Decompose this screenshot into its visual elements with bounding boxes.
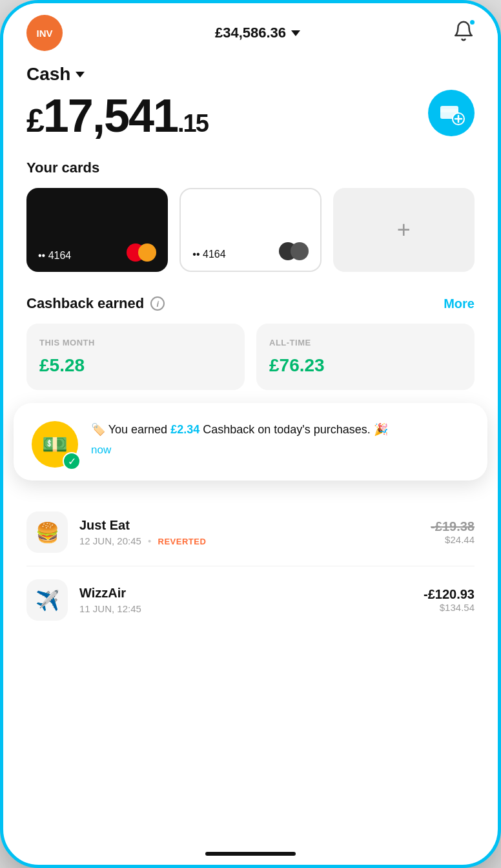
notification-card[interactable]: 💵 ✓ 🏷️ You earned £2.34 Cashback on toda… [14,403,487,480]
cashback-info-icon[interactable]: i [150,296,165,311]
add-card-button[interactable]: + [333,188,475,272]
mastercard-icon-2 [279,242,309,260]
svg-rect-1 [440,109,458,112]
balance-row: £17,541.15 [26,90,475,139]
notification-dot [469,19,476,26]
cashback-all-time-card: ALL-TIME £76.23 [256,324,475,390]
just-eat-icon: 🍔 [26,512,68,553]
balance-currency: £ [26,103,43,139]
just-eat-date: 12 JUN, 20:45 • REVERTED [79,535,419,546]
transaction-item-wizzair[interactable]: ✈️ WizzAir 11 JUN, 12:45 -£120.93 $134.5… [26,566,475,634]
total-balance-display[interactable]: £34,586.36 [215,25,300,41]
status-bar: INV £34,586.36 [3,3,498,57]
cash-section-header[interactable]: Cash [26,64,475,85]
cashback-header: Cashback earned i More [26,295,475,312]
home-indicator [205,852,296,856]
balance-chevron-icon [291,30,300,36]
cash-chevron-icon [76,72,85,78]
cashback-this-month-card: THIS MONTH £5.28 [26,324,245,390]
check-icon: ✓ [63,452,81,470]
just-eat-amount: -£19.38 [431,519,475,534]
reverted-status-badge: REVERTED [158,537,207,546]
notification-icon-wrap: 💵 ✓ [32,421,78,468]
main-content: Cash £17,541.15 Your cards [3,57,498,390]
just-eat-amount-col: -£19.38 $24.44 [431,519,475,545]
money-emoji: 💵 [42,432,68,457]
wizzair-usd: $134.54 [424,602,475,613]
just-eat-details: Just Eat 12 JUN, 20:45 • REVERTED [79,518,419,546]
cashback-more-link[interactable]: More [444,296,475,311]
cards-section-title: Your cards [26,160,475,176]
wizzair-date: 11 JUN, 12:45 [79,603,412,614]
wizzair-amount: -£120.93 [424,587,475,602]
transaction-item-justeat[interactable]: 🍔 Just Eat 12 JUN, 20:45 • REVERTED -£19… [26,499,475,566]
wizzair-details: WizzAir 11 JUN, 12:45 [79,586,412,614]
phone-frame: INV £34,586.36 Cash £17,541.15 [0,0,501,868]
cashback-section: Cashback earned i More THIS MONTH £5.28 … [26,295,475,390]
mastercard-icon [127,243,156,262]
add-money-button[interactable] [428,90,475,136]
transactions-section: 🍔 Just Eat 12 JUN, 20:45 • REVERTED -£19… [3,487,498,645]
wizzair-icon: ✈️ [26,579,68,621]
just-eat-name: Just Eat [79,518,419,533]
wizzair-amount-col: -£120.93 $134.54 [424,587,475,613]
notification-text: 🏷️ You earned £2.34 Cashback on today's … [91,421,388,439]
notification-time: now [91,444,388,457]
notification-body: 🏷️ You earned £2.34 Cashback on today's … [91,421,388,457]
cashback-cards: THIS MONTH £5.28 ALL-TIME £76.23 [26,324,475,390]
just-eat-usd: $24.44 [431,534,475,545]
cashback-title: Cashback earned i [26,295,165,312]
wizzair-name: WizzAir [79,586,412,601]
cards-row: •• 4164 •• 4164 + [26,188,475,272]
card-white[interactable]: •• 4164 [179,188,321,272]
main-balance: £17,541.15 [26,92,208,139]
plus-icon: + [397,216,411,243]
card-black[interactable]: •• 4164 [26,188,168,272]
avatar[interactable]: INV [26,15,63,51]
notifications-button[interactable] [453,20,475,46]
